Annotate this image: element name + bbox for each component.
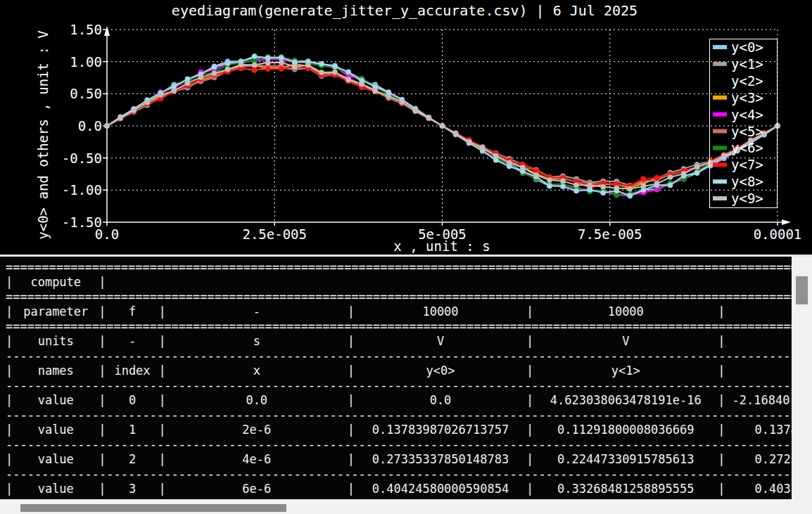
y-tick-label: 1.00 (70, 54, 102, 70)
table-row: |value|1|2e-6|0.13783987026713757|0.1129… (6, 423, 792, 437)
table-cell: 4.623038063478191e-16 (533, 393, 718, 408)
data-point-marker (265, 60, 271, 65)
data-point-marker (118, 115, 123, 121)
table-cell: 0.2725 (725, 452, 792, 467)
data-point-marker (520, 165, 526, 171)
horizontal-scrollbar-track[interactable] (0, 499, 792, 514)
table-pipe: | (6, 304, 13, 319)
data-point-marker (573, 183, 579, 188)
table-pipe: | (159, 482, 166, 496)
table-pipe: | (159, 393, 166, 408)
data-point-marker (359, 82, 364, 87)
table-pipe: | (6, 452, 13, 467)
data-point-marker (547, 183, 552, 188)
table-row: |parameter|f|-|10000|10000| (6, 304, 792, 319)
table-cell: units (13, 334, 99, 349)
data-point-marker (587, 187, 592, 193)
data-point-marker (252, 68, 258, 73)
data-point-marker (694, 165, 700, 170)
table-cell: 0.11291800008036669 (533, 423, 718, 437)
data-point-marker (641, 176, 647, 182)
data-point-marker (614, 186, 620, 191)
vertical-scrollbar-track[interactable] (792, 257, 812, 499)
data-point-marker (628, 186, 633, 192)
data-point-marker (319, 61, 324, 67)
table-cell: parameter (13, 304, 99, 319)
table-cell: x (166, 364, 348, 378)
data-point-marker (708, 160, 713, 165)
vertical-scrollbar-thumb[interactable] (796, 276, 808, 304)
data-point-marker (172, 88, 177, 94)
table-pipe: | (526, 423, 533, 437)
table-pipe: | (6, 423, 13, 437)
table-cell: names (13, 364, 99, 378)
table-separator: ----------------------------------------… (6, 467, 792, 482)
table-cell: compute (13, 275, 99, 290)
data-point-marker (185, 81, 191, 86)
table-separator: ----------------------------------------… (6, 378, 792, 393)
data-point-marker (292, 60, 298, 65)
legend-entry-label: y<5> (731, 124, 763, 139)
table-pipe: | (526, 364, 533, 378)
legend-entry-label: y<1> (731, 56, 763, 72)
table-pipe: | (348, 393, 355, 408)
table-pipe: | (159, 334, 166, 349)
table-pipe: | (718, 482, 725, 496)
table-cell: value (13, 452, 99, 467)
data-point-marker (547, 177, 552, 183)
data-point-marker (467, 139, 472, 145)
data-point-marker (225, 60, 231, 66)
data-point-marker (628, 193, 633, 198)
data-point-marker (600, 184, 606, 190)
legend-entry-label: y<8> (731, 174, 763, 189)
table-cell: 0.1374 (725, 423, 792, 437)
table-pipe: | (6, 393, 13, 408)
data-point-marker (212, 65, 217, 70)
table-pipe: | (348, 334, 355, 349)
data-point-marker (198, 75, 204, 80)
table-pipe: | (718, 304, 725, 319)
chart-title: eyediagram(generate_jitter_y_accurate.cs… (172, 2, 637, 19)
data-point-marker (400, 99, 405, 105)
table-cell: index (106, 364, 159, 378)
table-cell: s (166, 334, 348, 349)
data-point-marker (319, 70, 324, 75)
table-cell: 0.40424580000590854 (355, 482, 526, 496)
data-point-marker (440, 123, 445, 129)
table-pipe: | (99, 423, 106, 437)
table-pipe: | (6, 275, 13, 290)
x-tick-label: 0.0 (95, 226, 119, 242)
y-axis-arrow-icon (104, 26, 110, 36)
data-point-marker (212, 70, 217, 76)
table-pipe: | (99, 334, 106, 349)
table-pipe: | (348, 423, 355, 437)
data-point-marker (386, 94, 392, 99)
y-axis-label: y<0> and others , unit : V (35, 30, 51, 239)
data-point-marker (104, 123, 110, 129)
legend-entry-label: y<3> (731, 90, 763, 105)
table-pipe: | (526, 482, 533, 496)
data-point-marker (345, 77, 351, 83)
data-point-marker (265, 56, 271, 61)
table-cell: 10000 (533, 304, 718, 319)
table-pipe: | (99, 393, 106, 408)
data-point-marker (507, 160, 512, 166)
data-point-marker (332, 64, 338, 70)
data-point-marker (654, 175, 660, 181)
table-row: |names|index|x|y<0>|y<1>| (6, 364, 792, 378)
horizontal-scrollbar-thumb[interactable] (20, 504, 286, 512)
table-pipe: | (99, 364, 106, 378)
table-cell: 0.0 (166, 393, 348, 408)
data-point-marker (654, 181, 660, 187)
data-point-marker (239, 62, 244, 68)
eye-diagram-plot: eyediagram(generate_jitter_y_accurate.cs… (0, 0, 812, 255)
data-point-marker (279, 60, 284, 65)
legend-entry-label: y<0> (731, 39, 763, 55)
data-point-marker (372, 89, 378, 94)
table-pipe: | (718, 423, 725, 437)
table-pipe: | (526, 452, 533, 467)
table-cell: 0 (106, 393, 159, 408)
table-row: |compute| (6, 275, 792, 290)
legend-entry-label: y<6> (731, 140, 763, 155)
table-pipe: | (348, 364, 355, 378)
